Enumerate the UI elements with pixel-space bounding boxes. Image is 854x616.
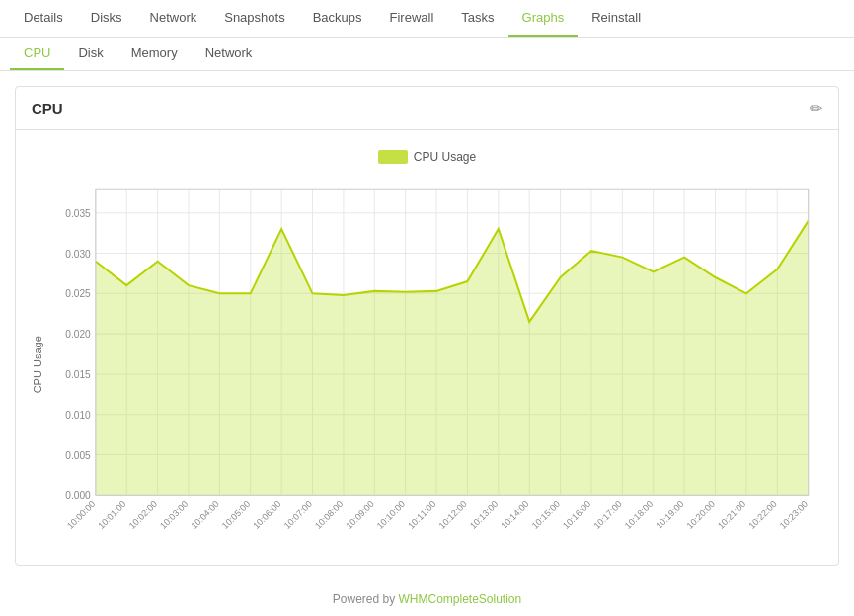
edit-icon[interactable]: ✏: [810, 99, 822, 117]
top-nav-item-tasks[interactable]: Tasks: [447, 0, 507, 37]
svg-text:10:11:00: 10:11:00: [406, 500, 437, 531]
svg-text:10:18:00: 10:18:00: [623, 500, 655, 531]
svg-text:10:02:00: 10:02:00: [127, 500, 159, 531]
svg-text:10:04:00: 10:04:00: [190, 500, 221, 531]
top-nav-item-details[interactable]: Details: [10, 0, 77, 37]
y-axis-label: CPU Usage: [26, 174, 45, 555]
svg-text:10:00:00: 10:00:00: [65, 500, 97, 531]
svg-text:10:06:00: 10:06:00: [251, 500, 282, 531]
top-nav-item-graphs[interactable]: Graphs: [508, 0, 579, 37]
chart-legend: CPU Usage: [26, 150, 828, 164]
sub-nav-item-disk[interactable]: Disk: [64, 38, 116, 70]
top-nav: DetailsDisksNetworkSnapshotsBackupsFirew…: [0, 0, 854, 38]
svg-text:10:01:00: 10:01:00: [96, 500, 127, 531]
chart-svg: 0.0000.0050.0100.0150.0200.0250.0300.035…: [45, 174, 828, 555]
svg-text:0.025: 0.025: [65, 288, 91, 299]
chart-container: CPU Usage CPU Usage 0.0000.0050.0100.015…: [16, 130, 838, 565]
cpu-card: CPU ✏ CPU Usage CPU Usage 0.0000.0050.01…: [15, 86, 839, 566]
svg-text:10:20:00: 10:20:00: [685, 500, 717, 531]
svg-text:10:21:00: 10:21:00: [716, 500, 747, 531]
svg-text:0.015: 0.015: [65, 369, 91, 380]
svg-text:10:13:00: 10:13:00: [468, 500, 500, 531]
chart-inner: 0.0000.0050.0100.0150.0200.0250.0300.035…: [45, 174, 828, 555]
card-title: CPU: [32, 100, 63, 116]
sub-nav-item-memory[interactable]: Memory: [117, 38, 192, 70]
svg-text:0.030: 0.030: [65, 249, 91, 260]
top-nav-item-disks[interactable]: Disks: [77, 0, 136, 37]
svg-text:10:08:00: 10:08:00: [313, 500, 345, 531]
top-nav-item-reinstall[interactable]: Reinstall: [578, 0, 655, 37]
svg-text:0.010: 0.010: [65, 410, 91, 421]
svg-text:0.020: 0.020: [65, 329, 91, 340]
chart-wrapper: CPU Usage 0.0000.0050.0100.0150.0200.025…: [26, 174, 828, 555]
top-nav-item-network[interactable]: Network: [136, 0, 211, 37]
footer: Powered by WHMCompleteSolution: [0, 580, 854, 616]
svg-text:0.005: 0.005: [65, 450, 91, 461]
svg-text:10:22:00: 10:22:00: [746, 500, 778, 531]
svg-text:0.000: 0.000: [65, 490, 91, 500]
top-nav-item-firewall[interactable]: Firewall: [376, 0, 448, 37]
svg-text:10:23:00: 10:23:00: [778, 500, 810, 531]
svg-text:10:15:00: 10:15:00: [530, 500, 562, 531]
svg-text:10:09:00: 10:09:00: [345, 500, 376, 531]
svg-text:10:12:00: 10:12:00: [437, 500, 469, 531]
sub-nav-item-network[interactable]: Network: [192, 38, 267, 70]
footer-text: Powered by: [333, 592, 399, 606]
top-nav-item-snapshots[interactable]: Snapshots: [210, 0, 298, 37]
sub-nav: CPUDiskMemoryNetwork: [0, 38, 854, 71]
legend-color-box: [378, 150, 408, 164]
svg-text:10:17:00: 10:17:00: [592, 500, 624, 531]
footer-link[interactable]: WHMCompleteSolution: [398, 592, 521, 606]
svg-text:10:16:00: 10:16:00: [561, 500, 592, 531]
svg-text:10:07:00: 10:07:00: [282, 500, 314, 531]
svg-text:10:14:00: 10:14:00: [499, 500, 530, 531]
svg-text:10:10:00: 10:10:00: [375, 500, 407, 531]
svg-text:10:03:00: 10:03:00: [158, 500, 190, 531]
legend-label: CPU Usage: [414, 150, 476, 164]
card-header: CPU ✏: [16, 87, 838, 130]
svg-text:10:19:00: 10:19:00: [654, 500, 685, 531]
svg-text:10:05:00: 10:05:00: [220, 500, 252, 531]
svg-text:0.035: 0.035: [65, 208, 91, 219]
top-nav-item-backups[interactable]: Backups: [299, 0, 376, 37]
sub-nav-item-cpu[interactable]: CPU: [10, 38, 64, 70]
